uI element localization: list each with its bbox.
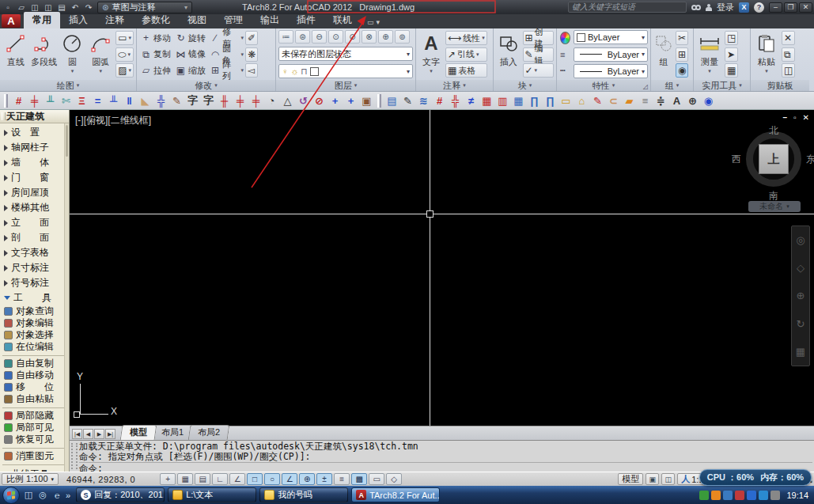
tarch-tool-button[interactable]: ≋ bbox=[416, 93, 431, 108]
tray-icon[interactable] bbox=[770, 491, 780, 500]
tarch-tool-button[interactable]: ▦ bbox=[511, 93, 526, 108]
drawing-canvas[interactable]: [-][俯视][二维线框] – ▫ ✕ 上 北 南 西 东 未命名 ▾ bbox=[70, 110, 814, 426]
palette-menu-item[interactable]: 局部可见 bbox=[0, 422, 69, 434]
start-button[interactable] bbox=[2, 487, 20, 504]
tarch-tool-button[interactable]: ▰ bbox=[622, 93, 637, 108]
annotate-tool-button[interactable]: ⟷ 线性 ▾ bbox=[445, 31, 487, 45]
named-view-button[interactable]: 未命名 ▾ bbox=[748, 201, 801, 212]
layer-tool-button[interactable]: ⊚ bbox=[395, 30, 410, 44]
edit-block-button[interactable]: ✎编辑 bbox=[523, 47, 554, 62]
palette-menu-item[interactable]: 门 窗 bbox=[0, 170, 69, 185]
quick-launch-overflow[interactable]: » bbox=[66, 491, 70, 500]
linetype-combo[interactable]: ByLayer ▾ bbox=[574, 64, 648, 78]
navbar-tool-icon[interactable]: ◎ bbox=[796, 234, 805, 246]
application-menu-button[interactable]: A bbox=[2, 14, 21, 28]
tarch-tool-button[interactable]: ▣ bbox=[359, 93, 374, 108]
help-icon[interactable]: ? bbox=[754, 2, 764, 13]
layer-tool-button[interactable]: ⊗ bbox=[362, 30, 377, 44]
panel-label-block[interactable]: 块▾ bbox=[494, 80, 556, 91]
cut-button[interactable]: ✕ bbox=[782, 31, 795, 45]
coordinates-readout[interactable]: 46944, 29283, 0 bbox=[62, 475, 157, 484]
paste-special-button[interactable]: ◳ bbox=[725, 31, 738, 45]
quick-access-icon[interactable]: ▫ bbox=[2, 2, 14, 13]
toolbar-grip[interactable] bbox=[377, 94, 381, 108]
ellipse-tool-button[interactable]: ⬭▾ bbox=[115, 47, 134, 62]
tarch-tool-button[interactable]: A bbox=[669, 93, 684, 108]
sign-in-link[interactable]: 登录 bbox=[717, 2, 734, 13]
palette-menu-item[interactable]: 自由移动 bbox=[0, 369, 69, 381]
status-toggle-button[interactable]: ⊕ bbox=[299, 473, 315, 485]
status-toggle-button[interactable]: ◇ bbox=[386, 473, 402, 485]
viewport-controls[interactable]: [-][俯视][二维线框] bbox=[75, 114, 151, 127]
status-toggle-button[interactable]: ∟ bbox=[212, 473, 228, 485]
next-tab-button[interactable]: ▶ bbox=[94, 429, 104, 439]
palette-menu-item[interactable]: 立 面 bbox=[0, 215, 69, 230]
prev-tab-button[interactable]: ◀ bbox=[83, 429, 93, 439]
palette-menu-item[interactable]: 轴网柱子 bbox=[0, 140, 69, 155]
layer-combo[interactable]: ♀ ☼ ⊓ ▾ bbox=[278, 64, 413, 78]
tarch-tool-button[interactable]: ∏ bbox=[527, 93, 542, 108]
ribbon-tab[interactable]: 输出 bbox=[252, 12, 288, 28]
tarch-tool-button[interactable]: ╫ bbox=[217, 93, 232, 108]
quick-view-icon[interactable]: ◫ bbox=[661, 473, 675, 485]
tarch-tool-button[interactable]: 字 bbox=[185, 93, 200, 108]
palette-menu-item[interactable]: 消重图元 bbox=[0, 450, 69, 462]
tarch-tool-button[interactable]: ◣ bbox=[138, 93, 153, 108]
tray-icon[interactable] bbox=[723, 491, 733, 500]
group-button[interactable]: 组 bbox=[653, 30, 674, 78]
tarch-tool-button[interactable]: ▥ bbox=[495, 93, 510, 108]
tarch-tool-button[interactable]: ✎ bbox=[590, 93, 605, 108]
line-button[interactable]: 直线 bbox=[2, 30, 29, 78]
viewcube-east[interactable]: 东 bbox=[806, 153, 814, 166]
status-toggle-button[interactable]: ▩ bbox=[351, 473, 367, 485]
tarch-tool-button[interactable]: ▤ bbox=[384, 93, 399, 108]
tarch-tool-button[interactable]: ✄ bbox=[59, 93, 74, 108]
layout-tab[interactable]: 模型 bbox=[120, 425, 157, 440]
group-select-toggle[interactable]: ◉ bbox=[676, 63, 688, 78]
palette-menu-item[interactable]: 文字表格 bbox=[0, 245, 69, 260]
text-button[interactable]: A 文字 ▾ bbox=[418, 30, 444, 78]
panel-label-clipboard[interactable]: 剪贴板 bbox=[751, 80, 809, 91]
status-toggle-button[interactable]: ≡ bbox=[334, 473, 350, 485]
ribbon-tab[interactable]: 视图 bbox=[179, 12, 215, 28]
palette-menu-item[interactable]: 设 置 bbox=[0, 125, 69, 140]
viewcube-west[interactable]: 西 bbox=[732, 153, 741, 166]
status-toggle-button[interactable]: ∠ bbox=[229, 473, 245, 485]
infocenter-search-input[interactable]: 键入关键字或短语 bbox=[568, 2, 687, 13]
ribbon-tab[interactable]: 注释 bbox=[97, 12, 133, 28]
layout-tab[interactable]: 布局2 bbox=[188, 425, 230, 440]
measure-button[interactable]: 测量 ▾ bbox=[696, 30, 723, 78]
status-toggle-button[interactable]: + bbox=[160, 473, 176, 485]
scale-button[interactable]: 比例 1:100 ▾ bbox=[2, 473, 59, 485]
quick-select-button[interactable]: ➤ bbox=[725, 47, 738, 62]
panel-label-annotate[interactable]: 注释▾ bbox=[416, 80, 493, 91]
palette-menu-item[interactable]: 自由复制 bbox=[0, 358, 69, 369]
tarch-tool-button[interactable]: ◉ bbox=[701, 93, 716, 108]
ribbon-tab[interactable]: 常用 bbox=[24, 12, 60, 28]
tarch-tool-button[interactable]: Ξ bbox=[74, 93, 89, 108]
status-toggle-button[interactable]: ▭ bbox=[369, 473, 384, 485]
palette-menu-item[interactable]: 恢复可见 bbox=[0, 434, 69, 445]
hatch-tool-button[interactable]: ▨▾ bbox=[115, 63, 134, 78]
viewcube-north[interactable]: 北 bbox=[738, 124, 809, 138]
palette-menu-item[interactable]: 工 具 bbox=[0, 290, 69, 305]
tarch-tool-button[interactable]: ▭ bbox=[558, 93, 574, 108]
panel-label-properties[interactable]: 特性▾◿ bbox=[557, 80, 650, 91]
edit-attribute-button[interactable]: ✓▾ bbox=[523, 63, 554, 78]
tarch-tool-button[interactable]: ≡ bbox=[638, 93, 653, 108]
tarch-tool-button[interactable]: ⊂ bbox=[606, 93, 621, 108]
modify-tool-button[interactable]: ⊞ 阵列 ▾ bbox=[209, 63, 244, 78]
palette-menu-item[interactable]: 局部隐藏 bbox=[0, 410, 69, 422]
join-button[interactable]: ◅ bbox=[245, 63, 258, 78]
tray-icon[interactable] bbox=[699, 491, 709, 500]
insert-block-button[interactable]: 插入 bbox=[496, 30, 521, 78]
status-toggle-button[interactable]: ▦ bbox=[177, 473, 193, 485]
tarch-tool-button[interactable]: ╬ bbox=[153, 93, 168, 108]
palette-menu-item[interactable]: 对象查询 bbox=[0, 305, 69, 317]
copy-clip-button[interactable]: ⧉ bbox=[782, 47, 795, 62]
tarch-tool-button[interactable]: + bbox=[327, 93, 343, 108]
explode-button[interactable]: ❋ bbox=[245, 47, 258, 62]
navbar-tool-icon[interactable]: ◇ bbox=[797, 262, 805, 274]
layer-tool-button[interactable]: ⊘ bbox=[345, 30, 360, 44]
doc-restore-button[interactable]: ▫ bbox=[793, 113, 797, 122]
